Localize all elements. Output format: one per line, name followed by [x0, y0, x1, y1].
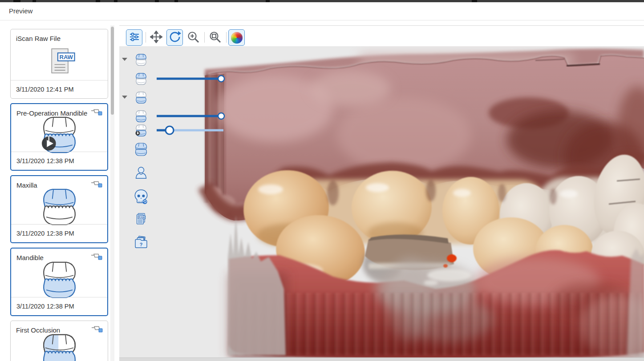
card-separator	[11, 152, 107, 152]
opacity-slider[interactable]	[119, 72, 235, 86]
scan-card-list: iScan Raw FileRAW3/11/2020 12:41 PMPre-O…	[10, 29, 108, 361]
svg-text:?: ?	[140, 242, 143, 247]
patient-icon[interactable]	[133, 165, 149, 183]
raw-file-icon[interactable]: RAW	[134, 211, 149, 229]
scanner-icon	[91, 325, 103, 335]
opacity-slider[interactable]	[119, 123, 235, 137]
jaws-occlusion-half-icon	[11, 336, 108, 361]
scanner-icon	[91, 253, 103, 262]
zoom-region-button[interactable]	[207, 29, 223, 46]
zoom-region-icon	[209, 31, 221, 45]
rotate-icon	[169, 31, 181, 45]
rail-row-case-unknown: ?	[119, 234, 235, 248]
scan-card-mandible[interactable]: Mandible3/11/2020 12:38 PM	[10, 248, 108, 316]
display-settings-button[interactable]	[126, 29, 142, 46]
toolbar-separator	[146, 32, 146, 43]
pan-button[interactable]	[148, 29, 164, 46]
page-header: Preview	[0, 2, 644, 20]
scrollbar-thumb[interactable]	[111, 27, 114, 115]
card-separator	[11, 297, 107, 297]
card-date: 3/11/2020 12:38 PM	[16, 303, 74, 310]
rail-row-jaws-lower	[119, 109, 235, 123]
viewer-rail: RAW?	[119, 46, 235, 361]
jaws-mandible-play-icon	[11, 119, 107, 150]
collapse-arrow-icon[interactable]	[122, 96, 127, 99]
toolbar-separator	[226, 32, 227, 43]
opacity-slider[interactable]	[119, 109, 235, 123]
rail-row-jaws-lower	[119, 90, 235, 104]
collapse-arrow-icon[interactable]	[122, 58, 127, 61]
rail-row-jaws-upper	[119, 72, 235, 86]
scanner-icon	[91, 108, 103, 118]
viewer-pane: RAW?	[119, 25, 644, 361]
jaws-mandible-icon	[11, 264, 107, 296]
scan-card-first-occlusion[interactable]: First Occlusion	[10, 321, 108, 361]
card-date: 3/11/2020 12:38 PM	[16, 157, 74, 164]
toolbar-separator	[204, 32, 205, 43]
skull-check-icon[interactable]	[133, 189, 150, 207]
pan-icon	[150, 31, 162, 45]
jaws-lower-icon[interactable]	[133, 91, 149, 106]
zoom-in-icon	[187, 31, 199, 45]
card-separator	[11, 80, 108, 80]
app-window: Preview iScan Raw FileRAW3/11/2020 12:41…	[0, 0, 644, 361]
zoom-in-button[interactable]	[185, 29, 201, 46]
rail-row-jaws-upper	[119, 52, 235, 67]
rail-row-patient	[119, 164, 235, 179]
svg-text:RAW: RAW	[59, 53, 73, 60]
raw-file-doc-icon: RAW	[11, 44, 108, 79]
jaws-both-icon[interactable]	[132, 142, 150, 159]
case-unknown-icon[interactable]: ?	[133, 234, 149, 252]
color-map-icon	[231, 32, 243, 44]
card-title: iScan Raw File	[16, 35, 61, 42]
card-separator	[11, 224, 107, 225]
sidebar-scrollbar[interactable]	[110, 25, 114, 361]
rotate-button[interactable]	[166, 29, 183, 46]
scanner-icon	[91, 180, 103, 190]
viewer-canvas[interactable]: RAW?	[119, 46, 644, 361]
jaws-maxilla-icon	[11, 191, 107, 223]
rail-row-jaws-lower-play	[119, 123, 235, 137]
rail-row-jaws-both	[119, 141, 235, 156]
jaws-upper-icon[interactable]	[133, 53, 149, 68]
card-date: 3/11/2020 12:41 PM	[16, 86, 74, 93]
scan-card-pre-operation-mandible[interactable]: Pre-Operation Mandible3/11/2020 12:38 PM	[10, 103, 108, 171]
scan-card-maxilla[interactable]: Maxilla3/11/2020 12:38 PM	[10, 175, 108, 243]
rail-row-skull-check	[119, 188, 235, 202]
scan-card-iscan-raw-file[interactable]: iScan Raw FileRAW3/11/2020 12:41 PM	[10, 29, 108, 99]
color-map-button[interactable]	[228, 29, 245, 46]
display-settings-icon	[129, 31, 140, 44]
page-title: Preview	[9, 2, 32, 20]
viewer-toolbar	[119, 26, 644, 46]
rail-row-raw-file: RAW	[119, 211, 235, 225]
svg-text:RAW: RAW	[138, 216, 145, 219]
card-date: 3/11/2020 12:38 PM	[16, 230, 74, 237]
